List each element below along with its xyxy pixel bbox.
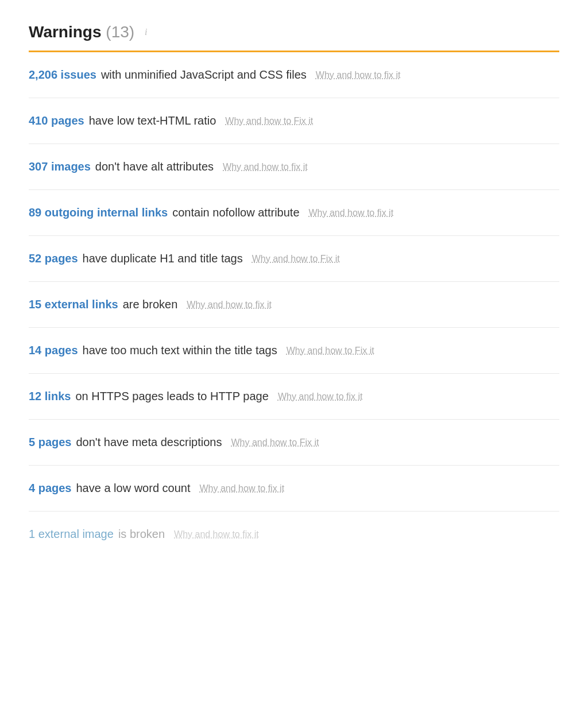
warning-link-9[interactable]: 5 pages xyxy=(29,436,71,449)
warning-description-7: have too much text within the title tags xyxy=(83,344,277,357)
warning-link-4[interactable]: 89 outgoing internal links xyxy=(29,206,168,219)
fix-link-4[interactable]: Why and how to fix it xyxy=(309,208,394,218)
warning-link-8[interactable]: 12 links xyxy=(29,390,71,403)
warning-description-4: contain nofollow attribute xyxy=(172,206,299,219)
warning-item: 12 links on HTTPS pages leads to HTTP pa… xyxy=(29,374,559,420)
fix-link-3[interactable]: Why and how to fix it xyxy=(223,162,308,172)
info-icon[interactable]: i xyxy=(140,26,152,38)
fix-link-6[interactable]: Why and how to fix it xyxy=(187,300,272,310)
warning-item: 4 pages have a low word countWhy and how… xyxy=(29,466,559,512)
warning-item: 307 images don't have alt attributesWhy … xyxy=(29,144,559,190)
warning-item: 410 pages have low text-HTML ratioWhy an… xyxy=(29,98,559,144)
fix-link-7[interactable]: Why and how to Fix it xyxy=(287,346,374,356)
warning-description-8: on HTTPS pages leads to HTTP page xyxy=(75,390,268,403)
warning-description-2: have low text-HTML ratio xyxy=(89,114,216,127)
header-row: Warnings (13) i xyxy=(29,23,559,41)
fix-link-8[interactable]: Why and how to fix it xyxy=(278,392,363,402)
warning-item: 14 pages have too much text within the t… xyxy=(29,328,559,374)
warning-link-11[interactable]: 1 external image xyxy=(29,528,114,541)
warning-link-7[interactable]: 14 pages xyxy=(29,344,78,357)
warning-item: 2,206 issues with unminified JavaScript … xyxy=(29,52,559,98)
warning-description-6: are broken xyxy=(123,298,178,311)
warning-link-6[interactable]: 15 external links xyxy=(29,298,118,311)
warning-description-11: is broken xyxy=(118,528,165,541)
fix-link-5[interactable]: Why and how to Fix it xyxy=(252,254,340,264)
warning-count: (13) xyxy=(106,23,134,41)
warning-link-1[interactable]: 2,206 issues xyxy=(29,68,96,82)
warning-link-2[interactable]: 410 pages xyxy=(29,114,84,127)
warning-item: 1 external image is brokenWhy and how to… xyxy=(29,512,559,557)
warning-item: 5 pages don't have meta descriptionsWhy … xyxy=(29,420,559,466)
fix-link-9[interactable]: Why and how to Fix it xyxy=(231,437,319,448)
warning-link-5[interactable]: 52 pages xyxy=(29,252,78,265)
fix-link-1[interactable]: Why and how to fix it xyxy=(316,70,401,80)
warning-item: 15 external links are brokenWhy and how … xyxy=(29,282,559,328)
warning-item: 89 outgoing internal links contain nofol… xyxy=(29,190,559,236)
warnings-list: 2,206 issues with unminified JavaScript … xyxy=(29,52,559,557)
fix-link-11[interactable]: Why and how to fix it xyxy=(174,529,259,540)
warning-description-10: have a low word count xyxy=(76,482,190,495)
page-container: Warnings (13) i 2,206 issues with unmini… xyxy=(0,0,588,580)
warning-item: 52 pages have duplicate H1 and title tag… xyxy=(29,236,559,282)
warning-link-3[interactable]: 307 images xyxy=(29,160,91,173)
warning-description-5: have duplicate H1 and title tags xyxy=(83,252,243,265)
fix-link-2[interactable]: Why and how to Fix it xyxy=(225,116,313,126)
fix-link-10[interactable]: Why and how to fix it xyxy=(200,483,285,494)
warning-description-3: don't have alt attributes xyxy=(95,160,214,173)
warning-link-10[interactable]: 4 pages xyxy=(29,482,71,495)
title-text: Warnings xyxy=(29,23,102,41)
warning-description-1: with unminified JavaScript and CSS files xyxy=(101,68,307,82)
page-title: Warnings (13) xyxy=(29,23,134,41)
warning-description-9: don't have meta descriptions xyxy=(76,436,222,449)
